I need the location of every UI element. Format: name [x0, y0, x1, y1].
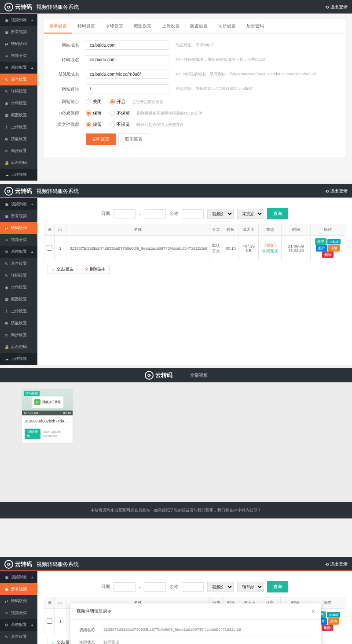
sidebar-section-videos[interactable]: ▣视频列表▴	[0, 14, 37, 26]
category-select[interactable]: 视频分类	[207, 582, 234, 592]
hint: 站点路径，转码类如：/ 二级目录如：m3u8/	[176, 86, 253, 92]
date-from-input[interactable]	[114, 582, 136, 592]
modal-title: 视频详细信息展示	[77, 608, 112, 615]
save-button[interactable]: 立即提交	[86, 133, 116, 145]
sidebar-item[interactable]: ⟳同步设置	[0, 145, 37, 157]
op-share[interactable]: 分享	[315, 238, 326, 245]
name-input[interactable]	[182, 209, 204, 218]
close-icon[interactable]: ×	[312, 608, 315, 615]
sidebar-item-basic[interactable]: ✎基本设置	[0, 74, 37, 85]
modal-label: 转码状态	[79, 640, 103, 644]
tab[interactable]: 基本设置	[44, 19, 72, 33]
sidebar-item[interactable]: ⛨防盗设置	[0, 317, 37, 329]
sidebar-item[interactable]: ✎转码设置	[0, 270, 37, 281]
op-m3u8[interactable]: m3u8	[327, 239, 341, 244]
sidebar-item[interactable]: ⇑上传设置	[0, 121, 37, 133]
sidebar-item[interactable]: ≡视频分类	[0, 607, 37, 619]
tab[interactable]: 防盗设置	[185, 19, 213, 33]
sidebar-item-upload[interactable]: ☁上传视频	[0, 353, 37, 365]
op-pic[interactable]: 图片	[316, 245, 327, 252]
sidebar-item[interactable]: ◉水印设置	[0, 281, 37, 293]
video-card[interactable]: 转码视频 ✆视频加工共享 407.29 KB00:10 3136673d562b…	[22, 389, 73, 443]
sidebar-item[interactable]: ✎转码设置	[0, 85, 37, 97]
sidebar-item-all[interactable]: ▣所有视频	[0, 583, 37, 595]
status-select[interactable]: 转码状态	[237, 582, 264, 592]
nav-all[interactable]: 全部视频	[190, 372, 208, 378]
th: 时间	[282, 224, 311, 236]
query-button[interactable]: 查询	[267, 208, 288, 219]
sidebar-item[interactable]: ⇄转码队列	[0, 38, 37, 50]
footer-text: 本站资源均来自互联网或会员发布，如果侵犯了您的权益请与我们联系，我们将在24小时…	[0, 502, 352, 518]
card-title: 3136673d562bcb74d933ba5...	[22, 415, 73, 427]
hint: 是否开启前台页面	[132, 99, 164, 105]
select-all-button[interactable]: ✓全选/反选	[48, 265, 77, 274]
transcode-domain-input[interactable]	[86, 55, 169, 64]
tab[interactable]: 截图设置	[128, 19, 157, 33]
date-from-input[interactable]	[114, 209, 136, 218]
sidebar-item-upload[interactable]: ☁上传视频	[0, 169, 37, 181]
op-detail[interactable]: 详情	[328, 245, 340, 252]
status-select[interactable]: 未完成	[237, 209, 264, 219]
radio-keep[interactable]: 保留	[86, 122, 102, 128]
row-checkbox[interactable]	[47, 245, 52, 251]
sidebar-section-config[interactable]: ⚙系统配置▴	[0, 246, 37, 258]
radio-on[interactable]: 开启	[110, 99, 125, 105]
op-del[interactable]: 删除	[322, 252, 334, 258]
sidebar-item[interactable]: 🔒后台密码	[0, 341, 37, 353]
card-date: 2021-06-09 23:02:40	[43, 430, 70, 438]
sidebar-item[interactable]: ≡视频分类	[0, 50, 37, 62]
op-m3u8[interactable]: m3u8	[327, 612, 340, 618]
sidebar-item[interactable]: ⇑上传设置	[0, 305, 37, 317]
sidebar-item[interactable]: ▣所有视频	[0, 26, 37, 38]
op-del[interactable]: 删除	[322, 625, 333, 631]
form-label: 源文件保留	[53, 122, 79, 128]
sidebar-section-config[interactable]: ⚙系统配置▴	[0, 62, 37, 74]
sidebar-section-videos[interactable]: ▣视频列表▴	[0, 571, 37, 583]
name-input[interactable]	[182, 582, 204, 592]
m3u8-domain-input[interactable]	[86, 70, 169, 79]
logout-link[interactable]: ⟲ 退出登录	[325, 188, 348, 194]
radio-keep[interactable]: 保留	[86, 110, 102, 116]
tab[interactable]: 水印设置	[100, 19, 128, 33]
hint: 删除视频是否保留转码后的M3U8文件	[136, 111, 202, 116]
logout-link[interactable]: ⟲ 退出登录	[325, 4, 348, 10]
hint: 站点域名，不带http://	[176, 42, 214, 48]
path-input[interactable]	[86, 84, 169, 93]
sidebar-item[interactable]: ⇄转码队列	[0, 595, 37, 607]
radio-nokeep[interactable]: 不保留	[110, 122, 130, 128]
date-to-input[interactable]	[144, 582, 166, 592]
logout-link[interactable]: ⟲ 退出登录	[325, 561, 348, 567]
reset-button[interactable]: 取消重置	[118, 133, 149, 145]
tabs: 基本设置 转码设置 水印设置 截图设置 上传设置 防盗设置 同步设置 后台密码	[44, 19, 345, 34]
tab[interactable]: 后台密码	[241, 19, 269, 33]
sidebar-item[interactable]: ⟳同步设置	[0, 329, 37, 341]
tab[interactable]: 同步设置	[213, 19, 241, 33]
sidebar-item[interactable]: ▦截图设置	[0, 109, 37, 121]
sidebar-item[interactable]: ≡视频分类	[0, 234, 37, 246]
card-tag[interactable]: m3u8播放	[25, 429, 40, 439]
sidebar-item[interactable]: 🔒后台密码	[0, 157, 37, 169]
date-to-input[interactable]	[144, 209, 166, 218]
op-detail[interactable]: 详情	[328, 618, 339, 625]
tab[interactable]: 上传设置	[157, 19, 185, 33]
sidebar-item[interactable]: ▦截图设置	[0, 293, 37, 305]
delete-selected-button[interactable]: ✕删除选中	[81, 265, 110, 274]
tab[interactable]: 转码设置	[72, 19, 100, 33]
sidebar-item[interactable]: ▣所有视频	[0, 210, 37, 222]
logo: ⟳云转码	[4, 3, 32, 11]
domain-input[interactable]	[86, 41, 169, 50]
sidebar-section-videos[interactable]: ▣视频列表▴	[0, 198, 37, 210]
sidebar-item[interactable]: ◉水印设置	[0, 97, 37, 109]
query-button[interactable]: 查询	[267, 581, 288, 592]
sidebar-section-config[interactable]: ⚙系统配置▴	[0, 619, 37, 631]
sidebar-item[interactable]: ⛨防盗设置	[0, 133, 37, 145]
sidebar-item-queue[interactable]: ⇄转码队列	[0, 222, 37, 234]
hint: 转码后是否保留上传源文件	[136, 122, 184, 128]
category-select[interactable]: 视频分类	[207, 209, 234, 219]
card-thumbnail: 转码视频 ✆视频加工共享 407.29 KB00:10	[22, 389, 73, 415]
radio-off[interactable]: 关闭	[86, 99, 102, 105]
radio-nokeep[interactable]: 不保留	[110, 110, 130, 116]
sidebar-item[interactable]: ✎基本设置	[0, 258, 37, 270]
row-checkbox[interactable]	[47, 618, 52, 624]
sidebar-item[interactable]: ✎基本设置	[0, 631, 37, 643]
